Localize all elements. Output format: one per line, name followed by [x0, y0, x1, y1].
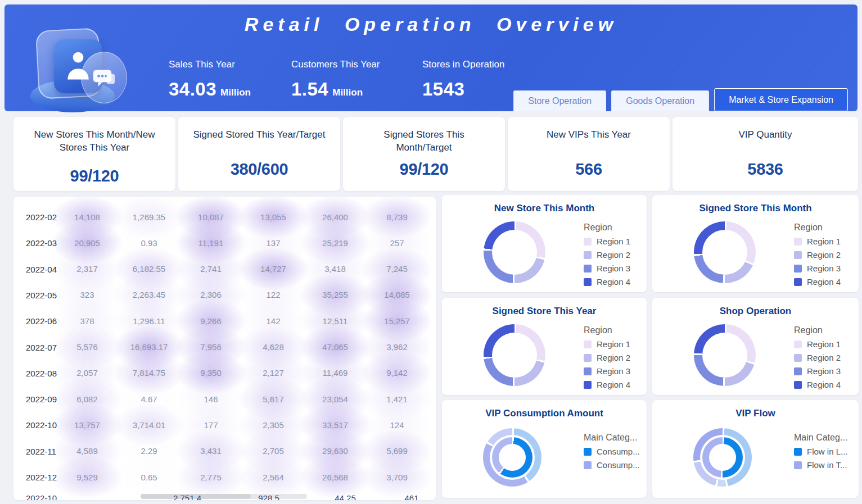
- legend-item[interactable]: Region 3: [794, 366, 841, 376]
- kpi-value: 34.03Million: [169, 79, 251, 100]
- table-cell: 2,775: [180, 464, 242, 490]
- legend-item[interactable]: Region 1: [794, 339, 841, 349]
- legend-swatch-icon: [794, 278, 802, 286]
- donut-chart[interactable]: [484, 324, 545, 386]
- header-kpi-customers-this-year: Customers This Year1.54Million: [291, 59, 380, 100]
- legend-swatch-icon: [794, 354, 802, 362]
- cell-value: 5,617: [263, 394, 284, 404]
- legend-label: Region 2: [807, 250, 841, 260]
- cell-value: 3,962: [386, 342, 408, 352]
- legend-label: Region 2: [597, 250, 630, 260]
- summary-card-label: Signed Stored This Year/Target: [178, 117, 340, 142]
- tab-market-store-expansion[interactable]: Market & Store Expansion: [714, 88, 848, 111]
- chart-title: Signed Store This Year: [442, 306, 647, 317]
- cell-value: 2,263.45: [133, 290, 165, 299]
- legend-item[interactable]: Region 2: [584, 250, 630, 260]
- cell-value: 2,127: [263, 368, 284, 378]
- cell-value: 2,775: [200, 473, 222, 482]
- cell-value: 137: [266, 238, 280, 248]
- donut-hole: [492, 333, 537, 378]
- donut-chart[interactable]: [484, 221, 545, 283]
- row-month-label: 2022-07: [26, 342, 57, 352]
- kpi-value: 1.54Million: [291, 79, 380, 100]
- cell-value: 4.67: [141, 394, 157, 404]
- legend-label: Region 3: [597, 264, 630, 273]
- cell-value: 13,055: [260, 212, 286, 222]
- chart-card-signed-store-this-month: Signed Store This MonthRegionRegion 1Reg…: [652, 195, 859, 292]
- legend-swatch-icon: [584, 448, 592, 456]
- legend-swatch-icon: [794, 367, 802, 375]
- chart-title: Signed Store This Month: [652, 203, 859, 214]
- cell-value: 7,814.75: [133, 368, 165, 378]
- cell-value: 323: [80, 290, 94, 299]
- legend-item[interactable]: Flow in L...: [794, 447, 848, 456]
- summary-card-value: 99/120: [13, 167, 175, 185]
- cell-value: 2,317: [76, 264, 98, 274]
- tab-store-operation[interactable]: Store Operation: [513, 90, 606, 111]
- legend-label: Region 2: [807, 353, 841, 362]
- kpi-number: 1543: [422, 79, 464, 99]
- donut-chart[interactable]: [483, 428, 541, 487]
- chart-legend: RegionRegion 1Region 2Region 3Region 4: [794, 325, 841, 389]
- legend-item[interactable]: Region 2: [584, 353, 630, 362]
- cell-value: 4,628: [263, 342, 284, 352]
- legend-item[interactable]: Region 1: [794, 237, 841, 246]
- legend-item[interactable]: Region 3: [584, 264, 630, 273]
- cell-value: 26,400: [322, 212, 348, 222]
- chart-card-vip-consumption-amount: VIP Consumption AmountMain Categ...Consu…: [442, 400, 647, 498]
- cell-value: 47,065: [322, 342, 348, 352]
- legend-swatch-icon: [584, 278, 592, 286]
- page-title: Retail Operation Overview: [4, 13, 858, 35]
- summary-card-vip-quantity: VIP Quantity5836: [673, 117, 858, 191]
- legend-swatch-icon: [794, 238, 802, 246]
- cell-value: 0.93: [141, 238, 157, 248]
- header-kpi-sales-this-year: Sales This Year34.03Million: [169, 59, 251, 100]
- donut-chart[interactable]: [693, 428, 752, 487]
- legend-item[interactable]: Region 4: [794, 277, 841, 287]
- cell-value: 7,956: [200, 342, 222, 352]
- cell-value: 14,727: [260, 264, 286, 274]
- cell-value: 146: [204, 394, 218, 404]
- legend-swatch-icon: [584, 265, 592, 273]
- kpi-label: Stores in Operation: [422, 59, 504, 70]
- donut-hole: [492, 230, 537, 275]
- legend-item[interactable]: Region 1: [584, 339, 630, 349]
- cell-value: 14,108: [74, 212, 100, 222]
- legend-swatch-icon: [584, 381, 592, 389]
- legend-item[interactable]: Region 3: [584, 366, 630, 376]
- cell-value: 11,191: [198, 238, 224, 248]
- cell-value: 11,469: [323, 368, 348, 378]
- legend-item[interactable]: Region 4: [584, 277, 630, 287]
- partial-row-month: 2022-10: [26, 493, 57, 500]
- legend-item[interactable]: Flow in T...: [794, 460, 848, 470]
- cell-value: 3,431: [200, 446, 222, 456]
- table-cell: 3,709: [366, 464, 428, 490]
- tab-goods-operation[interactable]: Goods Operation: [611, 90, 709, 111]
- chart-title: New Store This Month: [442, 203, 647, 214]
- summary-card-new-stores-this-month-new-stor: New Stores This Month/New Stores This Ye…: [13, 117, 175, 191]
- summary-card-value: 99/120: [343, 160, 505, 179]
- legend-item[interactable]: Region 2: [794, 353, 841, 362]
- legend-item[interactable]: Consump...: [584, 460, 640, 470]
- legend-swatch-icon: [584, 251, 592, 259]
- retail-dashboard: Retail Operation Overview Sales This Yea…: [0, 0, 862, 504]
- legend-label: Region 4: [807, 380, 841, 389]
- summary-card-value: 5836: [673, 160, 858, 179]
- legend-item[interactable]: Region 4: [794, 380, 841, 389]
- cell-value: 12,511: [323, 316, 348, 326]
- cell-value: 7,245: [386, 264, 408, 274]
- legend-item[interactable]: Region 1: [584, 237, 630, 246]
- summary-card-signed-stores-this-month-targe: Signed Stores This Month/Target99/120: [343, 117, 505, 191]
- donut-chart[interactable]: [694, 221, 756, 283]
- partial-row-value: 44.25: [314, 493, 376, 500]
- cell-value: 26,568: [322, 473, 348, 482]
- legend-label: Flow in L...: [807, 447, 848, 456]
- legend-item[interactable]: Region 4: [584, 380, 630, 389]
- legend-item[interactable]: Region 3: [794, 264, 841, 273]
- legend-title: Main Categ...: [794, 433, 848, 443]
- summary-card-value: 380/600: [178, 160, 340, 179]
- legend-item[interactable]: Region 2: [794, 250, 841, 260]
- kpi-number: 34.03: [169, 79, 216, 99]
- donut-chart[interactable]: [694, 324, 756, 386]
- legend-item[interactable]: Consump...: [584, 447, 640, 456]
